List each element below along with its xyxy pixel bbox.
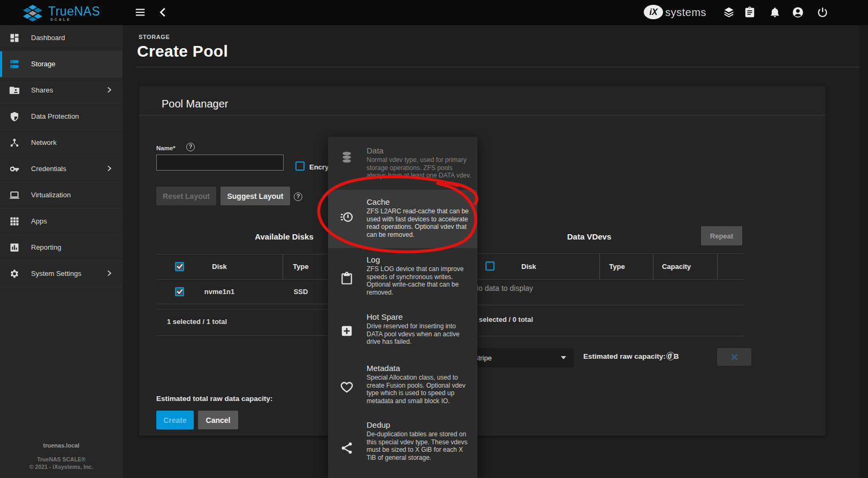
table-line [463, 279, 744, 280]
sidebar-item-network[interactable]: Network [0, 130, 123, 156]
sidebar-label: Virtualization [31, 191, 71, 199]
account-icon[interactable] [792, 6, 804, 18]
brand-name: TrueNAS [48, 4, 100, 19]
product-version: TrueNAS SCALE® [0, 456, 123, 462]
chevron-down-icon [561, 356, 566, 359]
sidebar-label: Apps [31, 217, 47, 225]
tasks-icon[interactable] [744, 6, 756, 18]
hot-spare-icon [340, 324, 354, 338]
truenas-logo-icon [19, 3, 46, 21]
laptop-icon [9, 190, 20, 201]
sidebar-item-credentials[interactable]: Credentials [0, 156, 123, 182]
estimated-total-label: Estimated total raw data capacity: [156, 395, 273, 403]
sidebar-label: Storage [31, 60, 56, 68]
sidebar-label: Shares [31, 86, 53, 94]
pool-manager-card [139, 86, 825, 436]
sidebar-item-apps[interactable]: Apps [0, 209, 123, 235]
brand-subtitle: SCALE [50, 18, 71, 21]
sidebar-label: Dashboard [31, 34, 65, 42]
menu-item-desc: De-duplication tables are stored on this… [367, 430, 473, 461]
vdev-type-menu: Data Normal vdev type, used for primary … [328, 137, 477, 478]
apps-icon [9, 216, 20, 227]
available-disks-select-all-checkbox[interactable] [175, 262, 184, 271]
power-icon[interactable] [817, 6, 828, 18]
column-header-type[interactable]: Type [601, 263, 633, 271]
storage-icon [9, 59, 20, 70]
share-icon [340, 441, 354, 455]
scrollbar-track[interactable] [859, 25, 868, 478]
menu-item-data[interactable]: Data Normal vdev type, used for primary … [328, 137, 477, 190]
copyright: © 2021 - iXsystems, Inc. [0, 464, 123, 470]
data-vdevs-title: Data VDevs [509, 232, 669, 241]
menu-icon[interactable] [134, 6, 146, 18]
cancel-button[interactable]: Cancel [198, 411, 238, 429]
card-title: Pool Manager [162, 98, 229, 110]
notifications-icon[interactable] [769, 6, 781, 18]
column-header-capacity[interactable]: Capacity [650, 263, 703, 271]
menu-item-dedup[interactable]: Dedup De-duplication tables are stored o… [328, 412, 477, 478]
sidebar-label: Reporting [31, 243, 61, 251]
network-icon [9, 137, 20, 148]
timer-icon [340, 210, 354, 224]
gear-icon [9, 268, 20, 279]
menu-item-cache[interactable]: Cache ZFS L2ARC read-cache that can be u… [328, 190, 477, 248]
available-disks-summary: 1 selected / 1 total [167, 318, 227, 326]
menu-item-metadata[interactable]: Metadata Special Allocation class, used … [328, 355, 477, 412]
sidebar-item-storage[interactable]: Storage [0, 51, 123, 78]
menu-item-title: Cache [367, 197, 390, 206]
name-field-label: Name* [156, 145, 176, 151]
truenas-app: TrueNAS SCALE iX systems [0, 0, 868, 478]
table-column-divider [717, 253, 718, 279]
sidebar-item-dashboard[interactable]: Dashboard [0, 25, 123, 51]
sidebar-label: System Settings [31, 269, 81, 277]
heart-icon [340, 380, 354, 394]
pool-name-input[interactable] [156, 155, 284, 171]
repeat-button[interactable]: Repeat [701, 226, 742, 245]
x-icon [730, 353, 738, 361]
name-help-icon[interactable] [186, 143, 195, 151]
menu-item-hot-spare[interactable]: Hot Spare Drive reserved for inserting i… [328, 303, 477, 355]
vdev-select-all-checkbox[interactable] [485, 261, 494, 271]
encryption-checkbox[interactable] [295, 161, 304, 171]
column-header-type[interactable]: Type [285, 263, 317, 271]
sidebar-label: Credentials [31, 165, 66, 173]
disk-row-checkbox[interactable] [175, 287, 184, 296]
vdev-layout-select[interactable]: Stripe [468, 348, 574, 367]
chevron-right-icon [105, 165, 113, 172]
column-header-disk[interactable]: Disk [193, 263, 246, 271]
reset-layout-button[interactable]: Reset Layout [156, 187, 216, 205]
back-icon[interactable] [157, 6, 169, 18]
estimated-raw-capacity: Estimated raw capacity: 0 B [583, 352, 679, 360]
chevron-right-icon [105, 269, 113, 277]
table-column-divider [599, 253, 600, 279]
sidebar-label: Network [31, 138, 57, 147]
menu-item-title: Data [367, 146, 384, 155]
add-vdev-button[interactable] [717, 348, 751, 366]
sidebar-item-shares[interactable]: Shares [0, 78, 123, 104]
menu-item-title: Dedup [367, 420, 390, 429]
menu-item-log[interactable]: Log ZFS LOG device that can improve spee… [328, 248, 477, 303]
layout-help-icon[interactable] [294, 192, 302, 201]
sidebar-item-data-protection[interactable]: Data Protection [0, 104, 123, 130]
sidebar-item-virtualization[interactable]: Virtualization [0, 182, 123, 209]
create-button[interactable]: Create [156, 411, 194, 429]
truecommand-icon[interactable] [723, 6, 735, 18]
ixsystems-mark: iX [649, 7, 657, 17]
capacity-help-icon[interactable] [666, 352, 675, 360]
suggest-layout-button[interactable]: Suggest Layout [220, 187, 290, 205]
chevron-right-icon [105, 86, 113, 94]
shares-icon [9, 85, 20, 96]
menu-item-desc: ZFS LOG device that can improve speeds o… [367, 265, 473, 296]
sidebar-item-system-settings[interactable]: System Settings [0, 261, 123, 287]
sidebar-item-reporting[interactable]: Reporting [0, 235, 123, 261]
breadcrumb[interactable]: STORAGE [139, 34, 170, 40]
sidebar-label: Data Protection [31, 112, 79, 120]
card-title-divider [139, 115, 825, 115]
clipboard-icon [340, 272, 354, 286]
topbar: TrueNAS SCALE iX systems [0, 0, 868, 25]
column-header-disk[interactable]: Disk [502, 263, 555, 271]
ixsystems-logo: iX [644, 5, 663, 19]
menu-item-desc: Special Allocation class, used to create… [367, 374, 473, 405]
menu-item-desc: ZFS L2ARC read-cache that can be used wi… [367, 207, 473, 238]
disk-row-type: SSD [285, 288, 317, 296]
